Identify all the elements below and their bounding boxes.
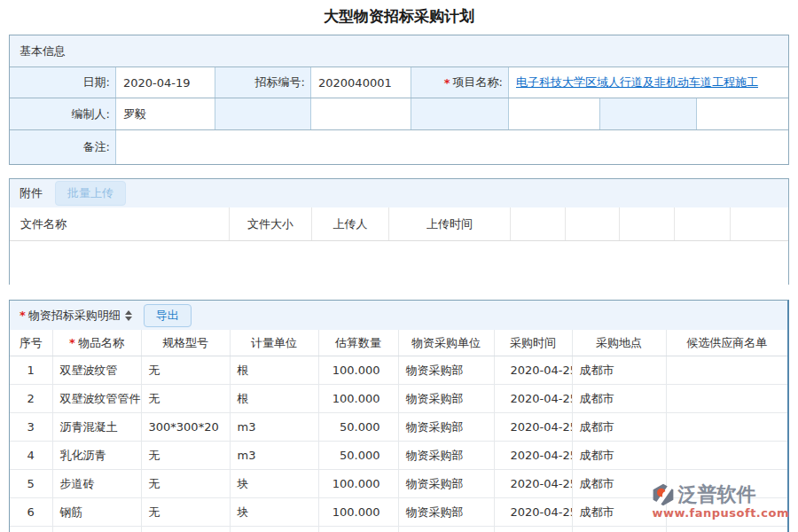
creator-value: 罗毅 bbox=[116, 98, 215, 129]
empty-column-header bbox=[675, 207, 731, 240]
cell bbox=[666, 470, 787, 498]
cell: 成都市 bbox=[572, 498, 666, 527]
cell: 7 bbox=[10, 527, 52, 532]
column-header: 采购时间 bbox=[494, 330, 572, 356]
empty-column-header bbox=[511, 207, 566, 240]
empty-column-header bbox=[620, 207, 675, 240]
cell: 4 bbox=[10, 442, 52, 470]
cell: 无 bbox=[141, 527, 230, 532]
cell: 双壁波纹管 bbox=[52, 356, 141, 385]
basic-info-row-1: 日期: 2020-04-19 招标编号: 2020040001 * 项目名称: … bbox=[10, 66, 788, 98]
empty-value-cell bbox=[509, 98, 600, 129]
cell bbox=[666, 498, 787, 527]
cell: 365mm bbox=[230, 527, 318, 532]
basic-info-row-3: 备注: bbox=[10, 129, 788, 164]
attachments-table-header: 文件名称文件大小上传人上传时间 bbox=[10, 207, 788, 241]
cell: 物资采购部 bbox=[398, 498, 494, 527]
column-header: 序号 bbox=[10, 330, 52, 356]
cell: 物资采购部 bbox=[398, 413, 494, 442]
basic-info-row-2: 编制人: 罗毅 bbox=[10, 98, 788, 129]
table-row[interactable]: 2双壁波纹管管件无根100.000物资采购部2020-04-25成都市 bbox=[10, 385, 787, 413]
basic-info-section-header: 基本信息 bbox=[10, 35, 788, 66]
table-row[interactable]: 3沥青混凝土300*300*20m350.000物资采购部2020-04-25成… bbox=[10, 413, 787, 442]
cell: 钢筋 bbox=[52, 498, 141, 527]
table-row[interactable]: 1双壁波纹管无根100.000物资采购部2020-04-25成都市 bbox=[10, 356, 787, 385]
table-row[interactable]: 6钢筋无块100.000物资采购部2020-04-25成都市 bbox=[10, 498, 787, 527]
cell: 成都市 bbox=[572, 527, 666, 532]
cell: 物资采购部 bbox=[398, 442, 494, 470]
empty-label-cell bbox=[600, 98, 697, 129]
cell: 块 bbox=[230, 498, 318, 527]
table-row[interactable]: 4乳化沥青无m350.000物资采购部2020-04-25成都市 bbox=[10, 442, 787, 470]
column-header: 候选供应商名单 bbox=[666, 330, 787, 356]
cell: 乳化沥青 bbox=[52, 442, 141, 470]
cell: 2020-04-25 bbox=[494, 442, 572, 470]
detail-table: 序号*物品名称规格型号计量单位估算数量物资采购单位采购时间采购地点候选供应商名单… bbox=[10, 330, 787, 532]
cell: 100.000 bbox=[318, 356, 398, 385]
table-row[interactable]: 7水泥石灰稳定土无365mm70.000物资采购部2020-04-25成都市 bbox=[10, 527, 787, 532]
sort-icon[interactable] bbox=[125, 310, 132, 321]
cell: 2020-04-25 bbox=[494, 527, 572, 532]
date-label: 日期: bbox=[10, 67, 116, 98]
detail-section-title: 物资招标采购明细 bbox=[28, 308, 121, 324]
page-title: 大型物资招标采购计划 bbox=[0, 0, 798, 35]
remark-value bbox=[116, 130, 788, 164]
cell: 水泥石灰稳定土 bbox=[52, 527, 141, 532]
table-row[interactable]: 5步道砖无块100.000物资采购部2020-04-25成都市 bbox=[10, 470, 787, 498]
cell: 50.000 bbox=[318, 442, 398, 470]
detail-table-header-row: 序号*物品名称规格型号计量单位估算数量物资采购单位采购时间采购地点候选供应商名单 bbox=[10, 330, 787, 356]
column-header: 文件名称 bbox=[10, 207, 230, 240]
cell: 块 bbox=[230, 470, 318, 498]
cell: 无 bbox=[141, 498, 230, 527]
empty-value-cell bbox=[697, 98, 788, 129]
project-name-cell: 电子科技大学区域人行道及非机动车道工程施工 bbox=[509, 67, 788, 98]
cell bbox=[666, 413, 787, 442]
cell: 300*300*20 bbox=[141, 413, 230, 442]
export-button[interactable]: 导出 bbox=[144, 304, 192, 327]
cell: 100.000 bbox=[318, 498, 398, 527]
cell: 双壁波纹管管件 bbox=[52, 385, 141, 413]
required-asterisk: * bbox=[20, 309, 26, 322]
empty-column-header bbox=[566, 207, 620, 240]
column-header: 上传时间 bbox=[389, 207, 511, 240]
column-header: 计量单位 bbox=[230, 330, 318, 356]
cell: 2020-04-25 bbox=[494, 498, 572, 527]
cell: m3 bbox=[230, 413, 318, 442]
column-header: 上传人 bbox=[312, 207, 389, 240]
cell: 5 bbox=[10, 470, 52, 498]
project-name-link[interactable]: 电子科技大学区域人行道及非机动车道工程施工 bbox=[516, 74, 758, 90]
cell: 2 bbox=[10, 385, 52, 413]
cell: 沥青混凝土 bbox=[52, 413, 141, 442]
cell: 6 bbox=[10, 498, 52, 527]
cell: 2020-04-25 bbox=[494, 356, 572, 385]
batch-upload-button[interactable]: 批量上传 bbox=[55, 181, 126, 206]
basic-info-title: 基本信息 bbox=[20, 43, 66, 59]
cell: 物资采购部 bbox=[398, 356, 494, 385]
column-header: 采购地点 bbox=[572, 330, 666, 356]
cell: 物资采购部 bbox=[398, 527, 494, 532]
cell bbox=[666, 442, 787, 470]
cell bbox=[666, 385, 787, 413]
cell: 70.000 bbox=[318, 527, 398, 532]
empty-column-header bbox=[731, 207, 788, 240]
cell: m3 bbox=[230, 442, 318, 470]
cell: 无 bbox=[141, 442, 230, 470]
attachments-section: 附件 批量上传 文件名称文件大小上传人上传时间 bbox=[9, 178, 789, 285]
cell: 成都市 bbox=[572, 356, 666, 385]
cell: 2020-04-25 bbox=[494, 470, 572, 498]
cell: 成都市 bbox=[572, 442, 666, 470]
date-value: 2020-04-19 bbox=[116, 67, 215, 98]
cell: 50.000 bbox=[318, 413, 398, 442]
cell: 根 bbox=[230, 356, 318, 385]
cell: 无 bbox=[141, 385, 230, 413]
column-header: *物品名称 bbox=[52, 330, 141, 356]
cell: 成都市 bbox=[572, 385, 666, 413]
cell bbox=[666, 527, 787, 532]
cell: 3 bbox=[10, 413, 52, 442]
cell: 步道砖 bbox=[52, 470, 141, 498]
cell: 物资采购部 bbox=[398, 385, 494, 413]
cell: 1 bbox=[10, 356, 52, 385]
bid-no-value: 2020040001 bbox=[311, 67, 411, 98]
cell: 2020-04-25 bbox=[494, 413, 572, 442]
attachments-title: 附件 bbox=[20, 185, 43, 201]
